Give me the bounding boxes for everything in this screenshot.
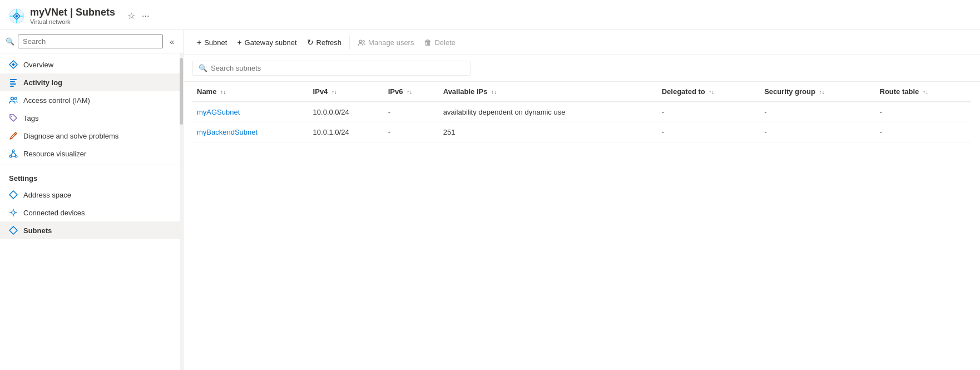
col-header-available-ips[interactable]: Available IPs ↑↓ [439, 82, 657, 102]
table-row: myAGSubnet 10.0.0.0/24 - availability de… [192, 102, 971, 122]
col-header-ipv6[interactable]: IPv6 ↑↓ [384, 82, 439, 102]
sidebar-item-connected-devices[interactable]: Connected devices [0, 204, 183, 221]
sidebar-item-label: Diagnose and solve problems [23, 132, 118, 140]
row-delegated-cell: - [657, 122, 760, 142]
subnet-link-myagsubnet[interactable]: myAGSubnet [197, 108, 240, 116]
svg-line-12 [14, 134, 16, 135]
delegated-sort-icon: ↑↓ [709, 89, 714, 95]
row-name-cell: myAGSubnet [192, 102, 309, 122]
sidebar-item-diagnose[interactable]: Diagnose and solve problems [0, 127, 183, 145]
connected-devices-icon [9, 208, 18, 217]
toolbar: + Subnet + Gateway subnet ↻ Refresh [184, 30, 980, 55]
route-sort-icon: ↑↓ [923, 89, 928, 95]
sidebar-item-overview[interactable]: Overview [0, 56, 183, 73]
title-separator: | [70, 7, 76, 18]
more-options-button[interactable]: ··· [140, 9, 151, 23]
sidebar-item-tags[interactable]: Tags [0, 109, 183, 127]
svg-rect-8 [10, 86, 14, 87]
search-icon: 🔍 [6, 37, 14, 46]
table-row: myBackendSubnet 10.0.1.0/24 - 251 - - [192, 122, 971, 142]
row-ipv4-cell: 10.0.1.0/24 [309, 122, 384, 142]
svg-point-24 [359, 40, 362, 42]
main-layout: 🔍 « Overview [0, 30, 980, 370]
svg-point-25 [363, 41, 365, 43]
manage-users-button[interactable]: Manage users [353, 34, 418, 50]
tags-icon [9, 114, 18, 122]
sidebar-item-activity-log[interactable]: Activity log [0, 73, 183, 91]
sidebar-item-label: Activity log [23, 78, 62, 87]
delete-button[interactable]: 🗑 Delete [419, 34, 460, 50]
collapse-sidebar-button[interactable]: « [166, 35, 177, 48]
toolbar-separator [349, 36, 350, 49]
resource-logo [9, 8, 24, 24]
add-subnet-icon: + [197, 38, 201, 47]
sidebar-item-label: Tags [23, 114, 38, 122]
sidebar-item-label: Overview [23, 61, 53, 69]
security-sort-icon: ↑↓ [819, 89, 825, 95]
ipv4-sort-icon: ↑↓ [331, 89, 337, 95]
sidebar-item-resource-visualizer[interactable]: Resource visualizer [0, 145, 183, 162]
subnet-search-bar: 🔍 [184, 55, 980, 82]
table-header: Name ↑↓ IPv4 ↑↓ IPv6 ↑↓ Available IPs [192, 82, 971, 102]
col-header-name[interactable]: Name ↑↓ [192, 82, 309, 102]
row-security-cell: - [760, 102, 875, 122]
overview-icon [9, 60, 18, 69]
row-route-cell: - [875, 102, 971, 122]
row-available-ips-cell: 251 [439, 122, 657, 142]
sidebar-item-address-space[interactable]: Address space [0, 186, 183, 204]
ipv6-sort-icon: ↑↓ [407, 89, 412, 95]
svg-line-17 [13, 152, 16, 155]
col-header-security-group[interactable]: Security group ↑↓ [760, 82, 875, 102]
resource-visualizer-icon [9, 149, 18, 158]
svg-rect-5 [10, 79, 17, 80]
sidebar-item-label: Subnets [23, 226, 52, 235]
delete-label: Delete [434, 38, 456, 47]
resource-name: myVNet [30, 7, 67, 18]
access-control-icon [9, 96, 18, 105]
svg-rect-6 [10, 81, 15, 82]
header-actions: ☆ ··· [125, 8, 151, 23]
manage-users-label: Manage users [368, 38, 414, 47]
row-available-ips-cell: availability dependent on dynamic use [439, 102, 657, 122]
col-header-route-table[interactable]: Route table ↑↓ [875, 82, 971, 102]
subnet-search-icon: 🔍 [199, 64, 207, 72]
resource-full-title: myVNet | Subnets [30, 7, 115, 18]
sidebar-item-label: Access control (IAM) [23, 96, 90, 105]
subnets-table-container: Name ↑↓ IPv4 ↑↓ IPv6 ↑↓ Available IPs [184, 82, 980, 370]
subnets-table: Name ↑↓ IPv4 ↑↓ IPv6 ↑↓ Available IPs [192, 82, 971, 142]
delete-icon: 🗑 [424, 38, 432, 47]
sidebar-item-label: Connected devices [23, 209, 85, 217]
sidebar: 🔍 « Overview [0, 30, 184, 370]
add-gateway-subnet-button[interactable]: + Gateway subnet [232, 34, 301, 50]
sidebar-nav: Overview Activity log [0, 53, 183, 241]
main-content: + Subnet + Gateway subnet ↻ Refresh [184, 30, 980, 370]
col-header-ipv4[interactable]: IPv4 ↑↓ [309, 82, 384, 102]
sidebar-item-access-control[interactable]: Access control (IAM) [0, 91, 183, 109]
refresh-label: Refresh [316, 38, 342, 47]
name-sort-icon: ↑↓ [220, 89, 226, 95]
scrollbar-thumb[interactable] [180, 58, 183, 125]
sidebar-item-label: Address space [23, 191, 71, 199]
sidebar-item-subnets[interactable]: Subnets [0, 221, 183, 239]
add-subnet-label: Subnet [204, 38, 227, 47]
svg-point-9 [11, 97, 14, 100]
available-ips-sort-icon: ↑↓ [491, 89, 497, 95]
refresh-button[interactable]: ↻ Refresh [303, 34, 347, 50]
activity-log-icon [9, 78, 18, 87]
svg-point-10 [14, 97, 17, 100]
col-header-delegated-to[interactable]: Delegated to ↑↓ [657, 82, 760, 102]
table-body: myAGSubnet 10.0.0.0/24 - availability de… [192, 102, 971, 142]
row-ipv6-cell: - [384, 122, 439, 142]
header-title-block: myVNet | Subnets Virtual network [30, 7, 115, 25]
row-ipv6-cell: - [384, 102, 439, 122]
subnet-search-inner: 🔍 [192, 61, 471, 76]
sidebar-search-area: 🔍 « [0, 30, 183, 53]
row-security-cell: - [760, 122, 875, 142]
manage-users-icon [358, 38, 365, 47]
subnet-link-mybackendsubnet[interactable]: myBackendSubnet [197, 128, 258, 136]
row-delegated-cell: - [657, 102, 760, 122]
subnet-search-input[interactable] [211, 64, 378, 72]
sidebar-search-input[interactable] [18, 34, 163, 48]
favorite-button[interactable]: ☆ [125, 8, 137, 23]
add-subnet-button[interactable]: + Subnet [192, 34, 231, 50]
